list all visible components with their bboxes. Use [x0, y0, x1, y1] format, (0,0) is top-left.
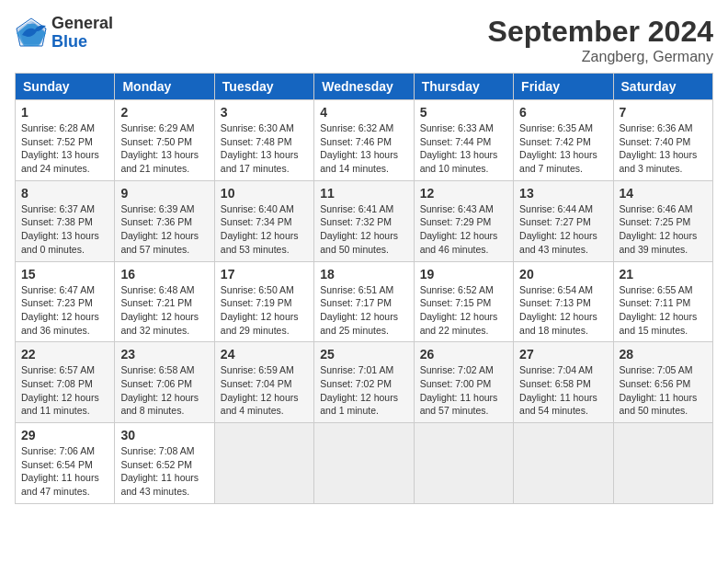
day-number: 23: [120, 347, 208, 362]
day-header-tuesday: Tuesday: [214, 74, 313, 100]
day-info: Sunrise: 6:58 AMSunset: 7:06 PMDaylight:…: [120, 363, 208, 418]
calendar-cell: 12Sunrise: 6:43 AMSunset: 7:29 PMDayligh…: [414, 180, 513, 261]
calendar-cell: 7Sunrise: 6:36 AMSunset: 7:40 PMDaylight…: [613, 100, 712, 181]
calendar-cell: 19Sunrise: 6:52 AMSunset: 7:15 PMDayligh…: [414, 261, 513, 342]
calendar-cell: 18Sunrise: 6:51 AMSunset: 7:17 PMDayligh…: [314, 261, 414, 342]
day-number: 20: [519, 267, 607, 282]
day-info: Sunrise: 6:46 AMSunset: 7:25 PMDaylight:…: [620, 202, 707, 257]
day-number: 21: [620, 267, 707, 282]
calendar-cell: 14Sunrise: 6:46 AMSunset: 7:25 PMDayligh…: [613, 180, 712, 261]
calendar-cell: [613, 423, 712, 504]
day-number: 6: [519, 105, 607, 120]
day-info: Sunrise: 7:06 AMSunset: 6:54 PMDaylight:…: [21, 444, 108, 499]
day-header-wednesday: Wednesday: [314, 74, 414, 100]
calendar-cell: 25Sunrise: 7:01 AMSunset: 7:02 PMDayligh…: [314, 342, 414, 423]
day-info: Sunrise: 6:43 AMSunset: 7:29 PMDaylight:…: [420, 202, 507, 257]
day-info: Sunrise: 6:52 AMSunset: 7:15 PMDaylight:…: [420, 283, 507, 338]
day-header-sunday: Sunday: [16, 74, 115, 100]
day-number: 12: [420, 186, 507, 201]
day-info: Sunrise: 6:39 AMSunset: 7:36 PMDaylight:…: [120, 202, 208, 257]
calendar-cell: [314, 423, 414, 504]
day-number: 25: [320, 347, 407, 362]
calendar-cell: 17Sunrise: 6:50 AMSunset: 7:19 PMDayligh…: [214, 261, 313, 342]
calendar-cell: [514, 423, 613, 504]
calendar-cell: 15Sunrise: 6:47 AMSunset: 7:23 PMDayligh…: [16, 261, 115, 342]
day-number: 9: [120, 186, 208, 201]
day-number: 28: [620, 347, 707, 362]
day-number: 5: [420, 105, 507, 120]
calendar-cell: 3Sunrise: 6:30 AMSunset: 7:48 PMDaylight…: [214, 100, 313, 181]
calendar-cell: 22Sunrise: 6:57 AMSunset: 7:08 PMDayligh…: [16, 342, 115, 423]
week-row-5: 29Sunrise: 7:06 AMSunset: 6:54 PMDayligh…: [16, 423, 713, 504]
calendar-cell: 2Sunrise: 6:29 AMSunset: 7:50 PMDaylight…: [115, 100, 214, 181]
calendar-cell: [214, 423, 313, 504]
calendar-cell: 23Sunrise: 6:58 AMSunset: 7:06 PMDayligh…: [115, 342, 214, 423]
calendar-cell: 10Sunrise: 6:40 AMSunset: 7:34 PMDayligh…: [214, 180, 313, 261]
day-info: Sunrise: 6:33 AMSunset: 7:44 PMDaylight:…: [420, 121, 507, 176]
day-header-monday: Monday: [115, 74, 214, 100]
day-number: 27: [519, 347, 607, 362]
days-header-row: SundayMondayTuesdayWednesdayThursdayFrid…: [16, 74, 713, 100]
day-number: 30: [120, 428, 208, 442]
day-number: 18: [320, 267, 407, 282]
day-info: Sunrise: 7:02 AMSunset: 7:00 PMDaylight:…: [420, 363, 507, 418]
day-number: 2: [120, 105, 208, 120]
calendar-cell: 5Sunrise: 6:33 AMSunset: 7:44 PMDaylight…: [414, 100, 513, 181]
day-number: 15: [21, 267, 108, 282]
calendar-cell: [414, 423, 513, 504]
calendar-cell: 6Sunrise: 6:35 AMSunset: 7:42 PMDaylight…: [514, 100, 613, 181]
week-row-4: 22Sunrise: 6:57 AMSunset: 7:08 PMDayligh…: [16, 342, 713, 423]
day-number: 13: [519, 186, 607, 201]
day-info: Sunrise: 6:59 AMSunset: 7:04 PMDaylight:…: [221, 363, 308, 418]
day-info: Sunrise: 6:57 AMSunset: 7:08 PMDaylight:…: [21, 363, 108, 418]
logo-text: General Blue: [51, 15, 113, 52]
week-row-3: 15Sunrise: 6:47 AMSunset: 7:23 PMDayligh…: [16, 261, 713, 342]
day-info: Sunrise: 7:05 AMSunset: 6:56 PMDaylight:…: [620, 363, 707, 418]
day-number: 19: [420, 267, 507, 282]
calendar-cell: 21Sunrise: 6:55 AMSunset: 7:11 PMDayligh…: [613, 261, 712, 342]
day-info: Sunrise: 7:01 AMSunset: 7:02 PMDaylight:…: [320, 363, 407, 418]
day-info: Sunrise: 7:04 AMSunset: 6:58 PMDaylight:…: [519, 363, 607, 418]
calendar-cell: 27Sunrise: 7:04 AMSunset: 6:58 PMDayligh…: [514, 342, 613, 423]
day-number: 11: [320, 186, 407, 201]
logo: General Blue: [15, 15, 113, 52]
calendar-cell: 1Sunrise: 6:28 AMSunset: 7:52 PMDaylight…: [16, 100, 115, 181]
calendar-cell: 28Sunrise: 7:05 AMSunset: 6:56 PMDayligh…: [613, 342, 712, 423]
day-info: Sunrise: 6:36 AMSunset: 7:40 PMDaylight:…: [620, 121, 707, 176]
day-info: Sunrise: 6:28 AMSunset: 7:52 PMDaylight:…: [21, 121, 108, 176]
day-number: 7: [620, 105, 707, 120]
calendar-cell: 29Sunrise: 7:06 AMSunset: 6:54 PMDayligh…: [16, 423, 115, 504]
day-info: Sunrise: 6:54 AMSunset: 7:13 PMDaylight:…: [519, 283, 607, 338]
logo-general-text: General: [51, 15, 113, 33]
day-info: Sunrise: 6:40 AMSunset: 7:34 PMDaylight:…: [221, 202, 308, 257]
calendar-cell: 9Sunrise: 6:39 AMSunset: 7:36 PMDaylight…: [115, 180, 214, 261]
day-number: 16: [120, 267, 208, 282]
day-info: Sunrise: 6:29 AMSunset: 7:50 PMDaylight:…: [120, 121, 208, 176]
day-info: Sunrise: 6:44 AMSunset: 7:27 PMDaylight:…: [519, 202, 607, 257]
calendar-cell: 20Sunrise: 6:54 AMSunset: 7:13 PMDayligh…: [514, 261, 613, 342]
day-number: 17: [221, 267, 308, 282]
day-info: Sunrise: 6:30 AMSunset: 7:48 PMDaylight:…: [221, 121, 308, 176]
calendar-cell: 16Sunrise: 6:48 AMSunset: 7:21 PMDayligh…: [115, 261, 214, 342]
day-info: Sunrise: 7:08 AMSunset: 6:52 PMDaylight:…: [120, 444, 208, 499]
day-info: Sunrise: 6:48 AMSunset: 7:21 PMDaylight:…: [120, 283, 208, 338]
day-number: 22: [21, 347, 108, 362]
day-info: Sunrise: 6:47 AMSunset: 7:23 PMDaylight:…: [21, 283, 108, 338]
calendar-cell: 4Sunrise: 6:32 AMSunset: 7:46 PMDaylight…: [314, 100, 414, 181]
day-number: 4: [320, 105, 407, 120]
day-number: 8: [21, 186, 108, 201]
day-info: Sunrise: 6:55 AMSunset: 7:11 PMDaylight:…: [620, 283, 707, 338]
day-number: 24: [221, 347, 308, 362]
title-area: September 2024 Zangberg, Germany: [488, 15, 713, 65]
day-number: 3: [221, 105, 308, 120]
day-header-thursday: Thursday: [414, 74, 513, 100]
day-header-saturday: Saturday: [613, 74, 712, 100]
logo-blue-text: Blue: [51, 33, 113, 52]
calendar-cell: 8Sunrise: 6:37 AMSunset: 7:38 PMDaylight…: [16, 180, 115, 261]
week-row-1: 1Sunrise: 6:28 AMSunset: 7:52 PMDaylight…: [16, 100, 713, 181]
calendar-subtitle: Zangberg, Germany: [488, 49, 713, 65]
day-number: 26: [420, 347, 507, 362]
day-info: Sunrise: 6:51 AMSunset: 7:17 PMDaylight:…: [320, 283, 407, 338]
page-header: General Blue September 2024 Zangberg, Ge…: [15, 15, 713, 65]
day-info: Sunrise: 6:41 AMSunset: 7:32 PMDaylight:…: [320, 202, 407, 257]
